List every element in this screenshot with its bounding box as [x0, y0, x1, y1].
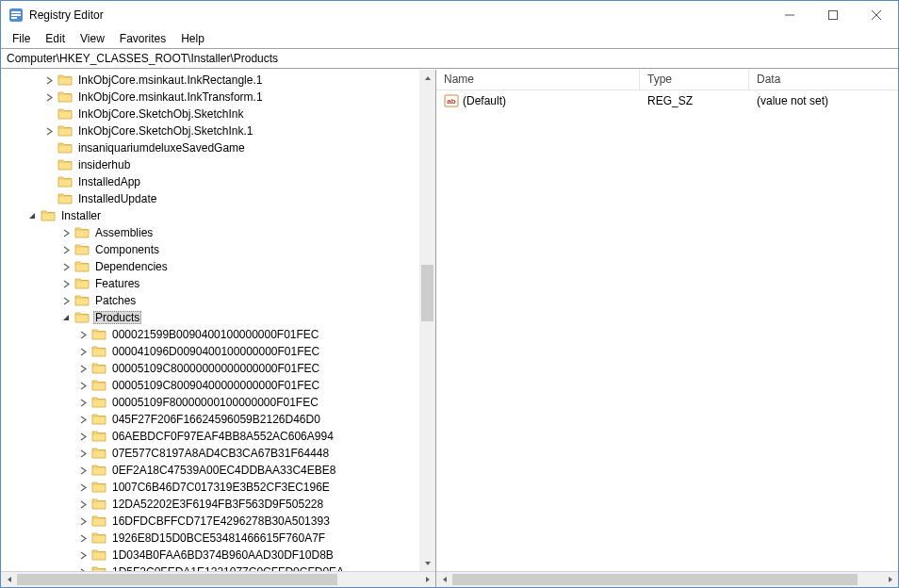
string-value-icon: ab	[444, 93, 459, 108]
folder-icon	[57, 123, 73, 139]
tree-horizontal-scrollbar[interactable]	[1, 571, 435, 587]
minimize-button[interactable]	[768, 1, 811, 29]
maximize-button[interactable]	[811, 1, 855, 29]
scroll-track[interactable]	[452, 572, 882, 587]
tree-item[interactable]: InkObjCore.SketchObj.SketchInk	[1, 106, 435, 122]
tree-item-label: 1D5F2C0FEDA1E1221077C0CFFD0CFD0EA	[110, 565, 346, 571]
expand-icon[interactable]	[76, 396, 90, 409]
expand-icon[interactable]	[76, 464, 90, 477]
value-row[interactable]: ab (Default) REG_SZ (value not set)	[436, 92, 898, 109]
expand-icon[interactable]	[76, 362, 90, 375]
expand-icon[interactable]	[59, 243, 73, 256]
tree-item[interactable]: 00005109C80090400000000000F01FEC	[1, 377, 435, 394]
tree-item-label: 1007C6B46D7C017319E3B52CF3EC196E	[110, 481, 332, 494]
expand-icon[interactable]	[76, 379, 90, 392]
expand-icon[interactable]	[59, 294, 73, 307]
scroll-up-arrow[interactable]	[419, 70, 435, 86]
address-bar[interactable]: Computer\HKEY_CLASSES_ROOT\Installer\Pro…	[1, 48, 898, 69]
tree-item[interactable]: InstalledApp	[1, 173, 435, 190]
tree-item[interactable]: 1926E8D15D0BCE53481466615F760A7F	[1, 530, 435, 547]
scroll-track[interactable]	[419, 86, 435, 555]
menu-file[interactable]: File	[5, 30, 38, 47]
value-type: REG_SZ	[640, 94, 749, 107]
tree-item[interactable]: Installer	[1, 207, 435, 224]
scroll-left-arrow[interactable]	[1, 572, 17, 588]
tree-item-label: Components	[93, 243, 161, 256]
scroll-right-arrow[interactable]	[419, 572, 435, 588]
menu-favorites[interactable]: Favorites	[112, 30, 173, 47]
expand-icon[interactable]	[59, 260, 73, 273]
expand-icon[interactable]	[76, 498, 90, 511]
expand-icon[interactable]	[76, 345, 90, 358]
expand-icon[interactable]	[76, 531, 90, 545]
tree-item[interactable]: InkObjCore.msinkaut.InkRectangle.1	[1, 72, 435, 89]
tree-item[interactable]: 1007C6B46D7C017319E3B52CF3EC196E	[1, 479, 435, 496]
folder-icon	[91, 429, 106, 444]
value-data: (value not set)	[749, 94, 898, 107]
folder-icon	[91, 463, 106, 478]
expand-icon[interactable]	[59, 226, 73, 239]
tree-item[interactable]: 1D034B0FAA6BD374B960AAD30DF10D8B	[1, 547, 435, 564]
expand-icon[interactable]	[59, 277, 73, 290]
column-header-name[interactable]: Name	[436, 70, 640, 90]
scroll-thumb[interactable]	[452, 574, 858, 585]
tree-item[interactable]: insaniquariumdeluxeSavedGame	[1, 139, 435, 156]
expand-icon[interactable]	[76, 481, 90, 494]
scroll-track[interactable]	[17, 572, 419, 587]
tree-item[interactable]: insiderhub	[1, 156, 435, 173]
tree-item[interactable]: 000041096D0090400100000000F01FEC	[1, 343, 435, 360]
scroll-thumb[interactable]	[421, 265, 433, 321]
expand-icon[interactable]	[76, 447, 90, 460]
tree-item[interactable]: 16DFDCBFFCD717E4296278B30A501393	[1, 513, 435, 530]
expand-icon[interactable]	[76, 565, 90, 571]
expand-icon[interactable]	[42, 90, 56, 104]
tree-item[interactable]: Assemblies	[1, 224, 435, 241]
menu-edit[interactable]: Edit	[38, 30, 73, 47]
column-header-data[interactable]: Data	[749, 70, 898, 90]
scroll-right-arrow[interactable]	[882, 572, 898, 588]
values-list[interactable]: ab (Default) REG_SZ (value not set)	[436, 90, 898, 571]
tree-item-label: InkObjCore.msinkaut.InkRectangle.1	[76, 74, 264, 87]
expand-icon[interactable]	[76, 413, 90, 426]
menu-view[interactable]: View	[73, 30, 112, 47]
column-header-type[interactable]: Type	[640, 70, 749, 90]
tree-item[interactable]: Components	[1, 241, 435, 258]
scroll-down-arrow[interactable]	[419, 555, 435, 571]
folder-icon	[41, 208, 56, 223]
tree-item[interactable]: InstalledUpdate	[1, 190, 435, 207]
expand-icon[interactable]	[76, 548, 90, 562]
tree-item[interactable]: 12DA52202E3F6194FB3F563D9F505228	[1, 496, 435, 513]
expand-icon[interactable]	[76, 514, 90, 528]
tree-item[interactable]: 06AEBDCF0F97EAF4BB8A552AC606A994	[1, 428, 435, 445]
folder-icon	[57, 140, 73, 155]
registry-tree[interactable]: InkObjCore.msinkaut.InkRectangle.1InkObj…	[1, 72, 435, 571]
tree-item[interactable]: 000021599B0090400100000000F01FEC	[1, 326, 435, 343]
menu-help[interactable]: Help	[173, 30, 212, 47]
tree-item[interactable]: Features	[1, 275, 435, 292]
tree-item[interactable]: InkObjCore.msinkaut.InkTransform.1	[1, 89, 435, 106]
tree-item[interactable]: InkObjCore.SketchObj.SketchInk.1	[1, 122, 435, 139]
tree-item[interactable]: 1D5F2C0FEDA1E1221077C0CFFD0CFD0EA	[1, 564, 435, 571]
tree-item-label: InkObjCore.msinkaut.InkTransform.1	[76, 90, 265, 104]
tree-item[interactable]: 00005109F80000000100000000F01FEC	[1, 394, 435, 411]
close-button[interactable]	[855, 1, 898, 29]
tree-item-label: 0EF2A18C47539A00EC4DDBAA33C4EBE8	[110, 464, 337, 477]
expand-icon[interactable]	[42, 74, 56, 87]
expand-icon[interactable]	[42, 124, 56, 138]
tree-vertical-scrollbar[interactable]	[419, 70, 435, 571]
tree-item[interactable]: Products	[1, 309, 435, 326]
scroll-thumb[interactable]	[17, 574, 337, 585]
scroll-left-arrow[interactable]	[436, 572, 452, 588]
tree-item[interactable]: Patches	[1, 292, 435, 309]
collapse-icon[interactable]	[25, 209, 39, 222]
expand-icon[interactable]	[76, 328, 90, 341]
values-horizontal-scrollbar[interactable]	[436, 571, 898, 587]
expand-icon[interactable]	[76, 430, 90, 443]
tree-item[interactable]: 07E577C8197A8AD4CB3CA67B31F64448	[1, 445, 435, 462]
expander-placeholder	[42, 141, 56, 155]
tree-item[interactable]: Dependencies	[1, 258, 435, 275]
collapse-icon[interactable]	[59, 311, 73, 324]
tree-item[interactable]: 00005109C80000000000000000F01FEC	[1, 360, 435, 377]
tree-item[interactable]: 0EF2A18C47539A00EC4DDBAA33C4EBE8	[1, 462, 435, 479]
tree-item[interactable]: 045F27F206F16624596059B2126D46D0	[1, 411, 435, 428]
